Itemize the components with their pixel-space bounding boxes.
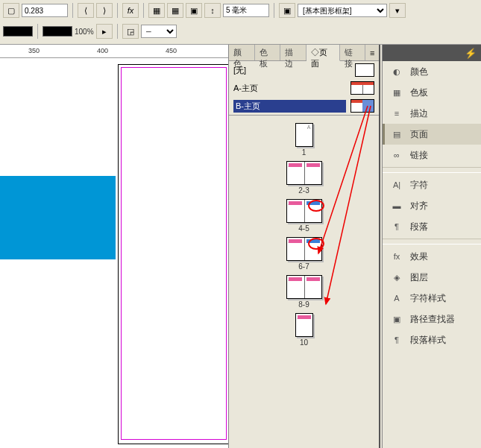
dock-label: 效果: [410, 250, 428, 263]
pages-icon: ▤: [391, 128, 403, 140]
dock-label: 链接: [410, 149, 428, 162]
align-top-icon[interactable]: ▦: [148, 3, 165, 18]
ruler-tick: 450: [166, 47, 177, 54]
para-icon: ¶: [391, 221, 403, 233]
master-a[interactable]: A-主页: [229, 79, 379, 97]
master-none[interactable]: [无]: [229, 61, 379, 79]
dock-item-palette[interactable]: ◐颜色: [383, 61, 481, 82]
panel-tab-bar: 颜色 色板 描边 ◇页面 链接 ≡: [229, 45, 379, 61]
fx-button[interactable]: fx: [122, 3, 139, 18]
page-number: 4-5: [298, 224, 309, 233]
top-toolbar: ▢ ⟨ ⟩ fx ▦ ▦ ▣ ↕ ▣ [基本图形框架] ▾ 100% ▸ ◲ ─: [0, 0, 481, 45]
master-thumb-none[interactable]: [355, 63, 374, 77]
layers-icon: ◈: [391, 271, 403, 283]
page-view[interactable]: [0, 58, 228, 448]
bolt-icon: ⚡: [465, 48, 477, 59]
page-thumb[interactable]: A: [295, 123, 313, 147]
page-number: 8-9: [298, 300, 309, 309]
page-thumb[interactable]: AA: [286, 161, 322, 185]
stroke-weight-input[interactable]: [22, 4, 68, 17]
tool-btn[interactable]: ▢: [3, 3, 19, 18]
canvas-area[interactable]: 350 400 450: [0, 45, 228, 448]
page-item[interactable]: AB6-7: [286, 237, 322, 271]
swatches-icon: ▦: [391, 86, 403, 98]
horizontal-ruler: 350 400 450: [0, 45, 228, 58]
fx-icon: fx: [391, 250, 403, 262]
dock-label: 段落样式: [410, 334, 446, 347]
dock-item-align[interactable]: ▬对齐: [383, 195, 481, 216]
tab-color[interactable]: 颜色: [229, 45, 255, 60]
tab-links[interactable]: 链接: [340, 45, 366, 60]
page-number: 10: [300, 338, 308, 347]
dock-item-char[interactable]: A|字符: [383, 174, 481, 195]
page-margin-guide: [121, 67, 227, 440]
bracket-right-icon[interactable]: ⟩: [96, 3, 113, 18]
dock-item-para[interactable]: ¶段落: [383, 216, 481, 237]
ruler-tick: 350: [28, 47, 40, 54]
dock-item-charstyle[interactable]: A字符样式: [383, 288, 481, 309]
dock-label: 对齐: [410, 200, 428, 212]
text-wrap-icon[interactable]: ▣: [186, 3, 202, 18]
right-dock: ⚡ ◐颜色▦色板≡描边▤页面∞链接A|字符▬对齐¶段落fx效果◈图层A字符样式▣…: [382, 45, 481, 448]
page-item[interactable]: AB4-5: [286, 199, 322, 233]
fill-swatch[interactable]: [3, 26, 33, 37]
align-icon: ▬: [391, 200, 403, 212]
page-thumb[interactable]: AB: [286, 199, 322, 223]
ruler-tick: 400: [97, 47, 108, 54]
dock-label: 图层: [410, 271, 428, 284]
page-thumb[interactable]: A: [295, 313, 313, 337]
frame-style-select[interactable]: [基本图形框架]: [298, 4, 387, 17]
dock-label: 页面: [410, 128, 428, 141]
page-item[interactable]: AA8-9: [286, 275, 322, 309]
master-b[interactable]: B-主页: [229, 97, 379, 115]
pathfinder-icon: ▣: [391, 313, 403, 325]
stroke-swatch[interactable]: [43, 26, 72, 37]
dropdown-icon[interactable]: ▾: [389, 3, 406, 18]
parastyle-icon: ¶: [391, 334, 403, 346]
dock-label: 路径查找器: [410, 313, 455, 326]
dock-item-stroke[interactable]: ≡描边: [383, 103, 481, 124]
pages-list[interactable]: A1AA2-3AB4-5AB6-7AA8-9A10: [229, 116, 379, 448]
dock-label: 段落: [410, 221, 428, 233]
dock-label: 字符样式: [410, 292, 446, 305]
palette-icon: ◐: [391, 66, 403, 78]
dock-item-fx[interactable]: fx效果: [383, 246, 481, 267]
links-icon: ∞: [391, 149, 403, 161]
page-thumb[interactable]: AB: [286, 237, 322, 261]
master-thumb-b[interactable]: [350, 99, 374, 113]
zoom-label: 100%: [75, 28, 94, 36]
dock-item-layers[interactable]: ◈图层: [383, 267, 481, 288]
bracket-left-icon[interactable]: ⟨: [78, 3, 94, 18]
dock-item-links[interactable]: ∞链接: [383, 145, 481, 165]
panel-menu-button[interactable]: ≡: [365, 45, 379, 60]
tab-swatches[interactable]: 色板: [255, 45, 281, 60]
page-number: 1: [302, 148, 306, 157]
dock-item-pages[interactable]: ▤页面: [383, 124, 481, 145]
page-item[interactable]: A10: [295, 313, 313, 347]
tab-pages[interactable]: ◇页面: [306, 45, 340, 61]
page-number: 6-7: [298, 262, 309, 271]
page-number: 2-3: [298, 186, 309, 195]
dock-header: ⚡: [383, 45, 481, 61]
pages-panel: 颜色 色板 描边 ◇页面 链接 ≡ [无] A-主页 B-主页 A1AA2-3A…: [228, 45, 380, 448]
align-mid-icon[interactable]: ▦: [167, 3, 183, 18]
corner-select[interactable]: ─: [141, 25, 177, 38]
page-item[interactable]: AA2-3: [286, 161, 322, 195]
page-thumb[interactable]: AA: [286, 275, 322, 299]
dock-item-swatches[interactable]: ▦色板: [383, 82, 481, 103]
gap-icon[interactable]: ↕: [204, 3, 221, 18]
gap-input[interactable]: [223, 4, 269, 17]
charstyle-icon: A: [391, 292, 403, 304]
tab-stroke[interactable]: 描边: [280, 45, 306, 60]
corner-icon[interactable]: ◲: [122, 24, 139, 39]
masters-section: [无] A-主页 B-主页: [229, 61, 379, 116]
blue-rectangle-object[interactable]: [0, 176, 116, 259]
master-thumb-a[interactable]: [350, 81, 374, 95]
dock-label: 颜色: [410, 66, 428, 78]
frame-icon[interactable]: ▣: [279, 3, 295, 18]
page-item[interactable]: A1: [295, 123, 313, 157]
dock-item-pathfinder[interactable]: ▣路径查找器: [383, 309, 481, 329]
dock-label: 描边: [410, 107, 428, 120]
zoom-stepper[interactable]: ▸: [96, 24, 113, 39]
dock-item-parastyle[interactable]: ¶段落样式: [383, 329, 481, 350]
